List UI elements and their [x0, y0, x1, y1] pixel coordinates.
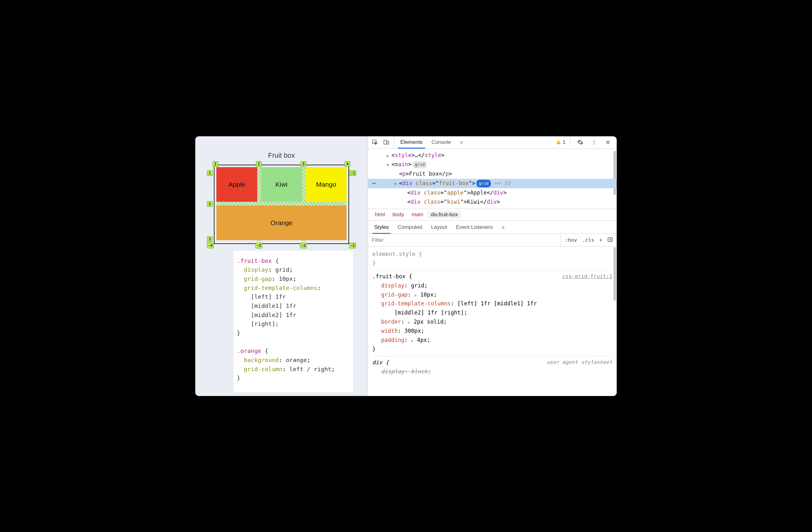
svg-point-5: [594, 143, 595, 144]
close-devtools-icon[interactable]: [602, 137, 613, 148]
grid-gap-horizontal: [216, 202, 347, 206]
grid-line-neg3: -3: [255, 243, 262, 248]
grid-line-col-3: 3: [301, 161, 306, 167]
styles-tab-computed[interactable]: Computed: [393, 221, 426, 234]
styles-tab-layout[interactable]: Layout: [427, 221, 452, 234]
styles-filter-row: :hov .cls +: [368, 234, 617, 247]
rule-element-style[interactable]: element.style { }: [372, 248, 612, 271]
page-heading: Fruit box: [268, 151, 295, 159]
dom-breadcrumb: htmlbodymaindiv.fruit-box: [368, 209, 617, 221]
grid-line-neg1: -1: [349, 243, 356, 248]
cls-toggle[interactable]: .cls: [581, 237, 596, 243]
grid-line-row-1: 1: [207, 170, 213, 176]
dom-node-row[interactable]: <div class="apple">Apple</div>: [368, 188, 617, 198]
settings-gear-icon[interactable]: [575, 137, 586, 148]
styles-body[interactable]: element.style { } .fruit-box { css-grid-…: [368, 247, 617, 385]
dom-node-row[interactable]: ▼<main>grid: [368, 160, 617, 169]
grid-line-neg2: -2: [300, 243, 307, 248]
svg-rect-6: [608, 238, 612, 241]
scrollbar-thumb[interactable]: [613, 247, 616, 300]
selector-text: div: [372, 359, 382, 365]
svg-point-4: [594, 142, 595, 143]
tabs-overflow-icon[interactable]: »: [455, 136, 467, 149]
css-source-snippet: .fruit-box { display: grid; grid-gap: 10…: [234, 251, 353, 392]
rule-user-agent[interactable]: div { user agent stylesheet display: blo…: [372, 357, 612, 379]
inspect-element-icon[interactable]: [369, 137, 380, 148]
styles-tabs-overflow-icon[interactable]: »: [497, 221, 509, 234]
svg-rect-2: [387, 141, 389, 144]
device-toggle-icon[interactable]: [380, 137, 392, 148]
rule-source-link[interactable]: css-grid-fruit:1: [562, 272, 612, 281]
grid-line-col-neg1-top: -1: [349, 170, 356, 176]
styles-toolbar: StylesComputedLayoutEvent Listeners»: [368, 221, 617, 234]
styles-tab-event-listeners[interactable]: Event Listeners: [452, 221, 497, 234]
grid-line-row-3: 3: [207, 236, 213, 242]
grid-overlay-container: Apple Kiwi Mango Orange 1 2 3 4 -1 1 2 3…: [214, 165, 349, 244]
computed-sidebar-toggle-icon[interactable]: [606, 237, 614, 244]
dom-node-row[interactable]: <p>Fruit box</p>: [368, 169, 617, 179]
style-declaration[interactable]: padding: ▶ 4px;: [372, 336, 612, 345]
cell-apple: Apple: [216, 167, 257, 202]
warning-count: 1: [563, 139, 565, 145]
devtools-toolbar: Elements Console » 1: [368, 136, 617, 149]
selector-text: .fruit-box: [372, 273, 405, 280]
style-declaration[interactable]: grid-template-columns: [left] 1fr [middl…: [372, 299, 612, 317]
rule-source-user-agent: user agent stylesheet: [547, 358, 612, 367]
style-declaration[interactable]: border: ▶ 2px solid;: [372, 317, 612, 326]
dom-node-row[interactable]: <div class="kiwi">Kiwi</div>: [368, 197, 617, 207]
add-rule-plus-icon[interactable]: +: [598, 237, 604, 243]
styles-filter-input[interactable]: [368, 234, 561, 246]
cell-mango: Mango: [306, 167, 347, 202]
style-declaration[interactable]: width: 300px;: [372, 326, 612, 336]
rendered-page-pane: Fruit box Apple Kiwi Mango Orange 1 2 3 …: [195, 136, 368, 396]
rule-fruit-box[interactable]: .fruit-box { css-grid-fruit:1 display: g…: [372, 271, 612, 357]
dom-tree[interactable]: ▶<style>…</style>▼<main>grid<p>Fruit box…: [368, 149, 617, 209]
dom-node-row[interactable]: ▼<div class="fruit-box">grid== $0: [368, 179, 617, 188]
hov-toggle[interactable]: :hov: [564, 237, 578, 243]
devtools-panel: Elements Console » 1: [368, 136, 617, 396]
breadcrumb-item[interactable]: html: [371, 211, 389, 219]
breadcrumb-item[interactable]: body: [389, 211, 408, 219]
svg-point-3: [594, 140, 595, 141]
selector-text: element.style: [372, 251, 416, 257]
dom-node-row[interactable]: ▶<style>…</style>: [368, 151, 617, 160]
tab-elements[interactable]: Elements: [396, 136, 427, 149]
styles-filter-tools: :hov .cls +: [561, 234, 617, 246]
grid-line-col-2: 2: [256, 161, 262, 167]
toolbar-separator: [394, 138, 394, 146]
kebab-menu-icon[interactable]: [589, 137, 600, 148]
tab-console[interactable]: Console: [427, 136, 455, 149]
grid-line-row-2: 2: [207, 201, 213, 207]
grid-line-col-4: 4: [345, 161, 350, 167]
grid-line-neg4: -4: [207, 243, 214, 248]
svg-rect-1: [384, 140, 387, 144]
style-declaration[interactable]: grid-gap: ▶ 10px;: [372, 290, 612, 299]
breadcrumb-item[interactable]: div.fruit-box: [427, 211, 462, 219]
cell-kiwi: Kiwi: [261, 167, 302, 202]
toolbar-separator: [570, 138, 570, 146]
warnings-badge[interactable]: 1: [556, 139, 565, 145]
grid-line-col-1: 1: [213, 161, 218, 167]
cell-orange: Orange: [216, 206, 347, 240]
style-declaration[interactable]: display: block;: [372, 367, 612, 376]
breadcrumb-item[interactable]: main: [408, 211, 427, 219]
scrollbar-thumb[interactable]: [613, 151, 616, 195]
styles-tab-styles[interactable]: Styles: [370, 221, 393, 234]
style-declaration[interactable]: display: grid;: [372, 281, 612, 290]
devtools-window: Fruit box Apple Kiwi Mango Orange 1 2 3 …: [195, 136, 617, 396]
